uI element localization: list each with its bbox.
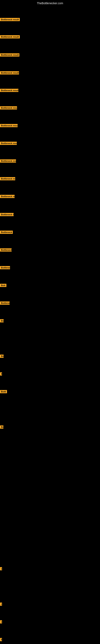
bottleneck-result-badge: Bottleneck res	[0, 231, 13, 234]
bottleneck-result-badge: Bo	[0, 426, 3, 429]
bottleneck-result-badge: Bottleneck resu	[0, 195, 15, 198]
bottleneck-result-badge: Bottleneck resul	[0, 160, 16, 162]
bottleneck-result-badge: Bottlenec	[0, 302, 10, 305]
bottleneck-result-badge: Bottl	[0, 390, 7, 393]
bottleneck-result-badge: Bo	[0, 319, 3, 322]
bottleneck-result-badge: Bott	[0, 284, 6, 287]
bottleneck-result-badge: Bottleneck result	[0, 53, 19, 56]
bottleneck-result-badge: Bottleneck result	[0, 18, 20, 21]
bottleneck-result-badge: Bottleneck result	[0, 71, 19, 74]
bottleneck-result-badge: Bottleneck result	[0, 89, 18, 92]
bottleneck-result-badge: Bottlenec	[0, 266, 10, 269]
bottleneck-result-badge: Bottleneck result	[0, 35, 20, 38]
bottleneck-result-badge: Bottleneck result	[0, 142, 17, 145]
bottleneck-result-badge: |	[0, 620, 2, 624]
bottleneck-result-badge: B	[0, 372, 2, 376]
bottleneck-result-badge: Bottleneck resu	[0, 177, 15, 180]
bottleneck-result-badge: Bo	[0, 354, 3, 358]
bottleneck-result-badge: Bottleneck res	[0, 213, 14, 216]
bottleneck-result-badge: Bottleneck re	[0, 248, 12, 252]
site-title: TheBottlenecker.com	[0, 0, 100, 6]
bottleneck-result-badge: |	[0, 602, 2, 606]
bottleneck-result-badge: Bottleneck resul	[0, 106, 17, 110]
bottleneck-result-badge: |	[0, 567, 2, 570]
bottleneck-result-badge: Bottleneck result	[0, 124, 18, 127]
bottleneck-result-badge: B	[0, 638, 2, 641]
